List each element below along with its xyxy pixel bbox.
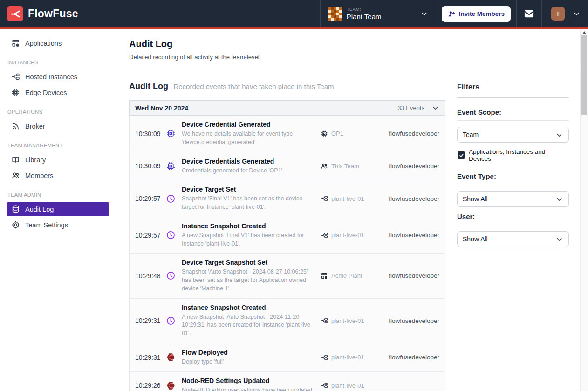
chevron-down-icon <box>573 10 581 18</box>
event-time: 10:29:48 <box>135 272 166 280</box>
audit-event-row: 10:29:48Device Target Snapshot SetSnapsh… <box>130 254 445 298</box>
brand-logo[interactable]: FlowFuse <box>0 0 78 27</box>
event-title: Device Credentials Generated <box>182 158 315 165</box>
sidebar-item-hosted-instances[interactable]: Hosted Instances <box>7 69 109 84</box>
sidebar-item-audit-log[interactable]: Audit Log <box>7 202 109 216</box>
sidebar-section-heading: OPERATIONS <box>7 109 109 115</box>
event-scope: plant-live-01 <box>321 195 389 202</box>
sidebar-item-label: Team Settings <box>25 221 68 229</box>
avatar: fl <box>551 7 565 21</box>
instance-icon <box>321 232 328 239</box>
sidebar-item-label: Broker <box>25 123 45 130</box>
vertical-scrollbar[interactable] <box>580 29 588 391</box>
envelope-icon <box>524 8 534 19</box>
team-name: Plant Team <box>347 12 416 21</box>
event-user: flowfusedeveloper <box>389 195 439 202</box>
user-filter-select[interactable]: Show All <box>457 231 569 247</box>
date-group-header[interactable]: Wed Nov 20 2024 33 Events <box>129 100 445 116</box>
user-menu[interactable]: fl <box>541 0 588 27</box>
event-user: flowfusedeveloper <box>389 232 439 239</box>
event-time: 10:29:57 <box>135 195 166 202</box>
template-icon <box>11 39 20 48</box>
book-icon <box>11 155 20 164</box>
chip-event-icon <box>166 129 182 138</box>
chevron-down-icon <box>555 131 563 139</box>
event-scope-label: plant-live-01 <box>331 195 364 202</box>
event-scope-label: plant-live-01 <box>331 354 364 361</box>
users-icon <box>11 171 20 180</box>
filters-panel: Filters Event Scope: Team Applications, … <box>457 82 569 391</box>
page-subtitle: Detailed recording of all activity at th… <box>129 54 566 61</box>
event-type-label: Event Type: <box>457 172 569 185</box>
event-scope-label: plant-live-01 <box>331 382 364 389</box>
audit-event-row: 10:29:31Instance Snapshot CreatedA new S… <box>130 299 445 343</box>
event-title: Device Target Snapshot Set <box>182 259 315 266</box>
event-scope: This Team <box>321 162 389 170</box>
event-description: A new Snapshot 'Auto Snapshot - 2024-11-… <box>182 313 315 338</box>
event-user: flowfusedeveloper <box>389 354 439 361</box>
nodered-event-icon <box>166 381 182 391</box>
app-window: FlowFuse <box>0 0 588 391</box>
sidebar-item-label: Members <box>25 172 53 179</box>
audit-event-row: 10:29:26Node-RED Settings UpdatedNode-RE… <box>130 372 445 391</box>
event-type-select[interactable]: Show All <box>457 191 569 207</box>
event-scope-label: This Team <box>331 163 359 170</box>
sidebar-item-applications[interactable]: Applications <box>7 36 109 50</box>
sidebar-item-library[interactable]: Library <box>7 152 109 167</box>
audit-event-row: 10:29:57Device Target SetSnapshot 'Final… <box>130 180 445 217</box>
scroll-up-arrow-icon[interactable] <box>582 31 586 34</box>
event-description: We have no details available for event t… <box>182 130 315 147</box>
nodered-event-icon <box>166 352 182 362</box>
audit-event-list: 10:30:09Device Credential GeneratedWe ha… <box>129 116 445 391</box>
event-title: Instance Snapshot Created <box>182 304 315 311</box>
users-icon <box>321 162 328 170</box>
page-title: Audit Log <box>129 39 566 49</box>
event-scope-label: Acme Plant <box>331 272 362 279</box>
sidebar-item-edge-devices[interactable]: Edge Devices <box>7 85 109 100</box>
checkbox-checked-icon[interactable] <box>458 151 465 159</box>
team-selector[interactable]: TEAM: Plant Team <box>320 0 436 27</box>
event-time: 10:29:26 <box>135 382 166 389</box>
sidebar-item-label: Library <box>25 156 46 164</box>
event-scope-select[interactable]: Team <box>457 127 569 143</box>
clock-event-icon <box>166 271 182 281</box>
scrollbar-thumb[interactable] <box>581 35 587 115</box>
event-scope: Acme Plant <box>321 272 389 280</box>
flowfuse-logo-icon <box>7 6 23 21</box>
chip-event-icon <box>166 161 182 171</box>
sidebar-item-label: Applications <box>25 40 62 47</box>
section-subtitle: Recorded events that have taken place in… <box>173 82 335 90</box>
event-scope: OP1 <box>321 130 389 137</box>
event-time: 10:30:09 <box>135 162 166 170</box>
event-scope-label: OP1 <box>331 130 343 137</box>
sidebar-item-team-settings[interactable]: Team Settings <box>7 218 109 232</box>
event-time: 10:29:31 <box>135 317 166 324</box>
sidebar-section-heading: TEAM MANAGEMENT <box>7 143 109 148</box>
brand-name: FlowFuse <box>28 7 78 20</box>
sidebar-item-members[interactable]: Members <box>7 168 109 183</box>
checkbox-label: Applications, Instances and Devices <box>469 148 569 162</box>
clock-event-icon <box>166 194 182 204</box>
user-filter-label: User: <box>457 213 569 225</box>
user-plus-icon <box>448 10 455 18</box>
event-description: Credentials generated for Device 'OP1'. <box>182 167 315 175</box>
main-content: Audit Log Detailed recording of all acti… <box>117 29 580 391</box>
include-children-checkbox-row[interactable]: Applications, Instances and Devices <box>458 148 569 162</box>
invite-members-button[interactable]: Invite Members <box>442 6 511 22</box>
team-label: TEAM: <box>347 7 416 12</box>
chevron-down-icon <box>420 10 428 18</box>
event-user: flowfusedeveloper <box>389 163 439 170</box>
broker-icon <box>11 122 20 130</box>
event-scope-label: plant-live-01 <box>331 232 364 239</box>
instance-icon <box>321 382 328 389</box>
instance-icon <box>321 317 328 324</box>
notifications-button[interactable] <box>516 0 541 27</box>
event-scope: plant-live-01 <box>321 317 389 324</box>
event-title: Flow Deployed <box>182 349 315 356</box>
clock-event-icon <box>166 316 182 326</box>
database-icon <box>11 205 20 213</box>
chevron-down-icon <box>555 235 563 243</box>
event-time: 10:29:31 <box>135 354 166 361</box>
sidebar-item-broker[interactable]: Broker <box>7 119 109 133</box>
sidebar-section-heading: INSTANCES <box>7 60 109 65</box>
